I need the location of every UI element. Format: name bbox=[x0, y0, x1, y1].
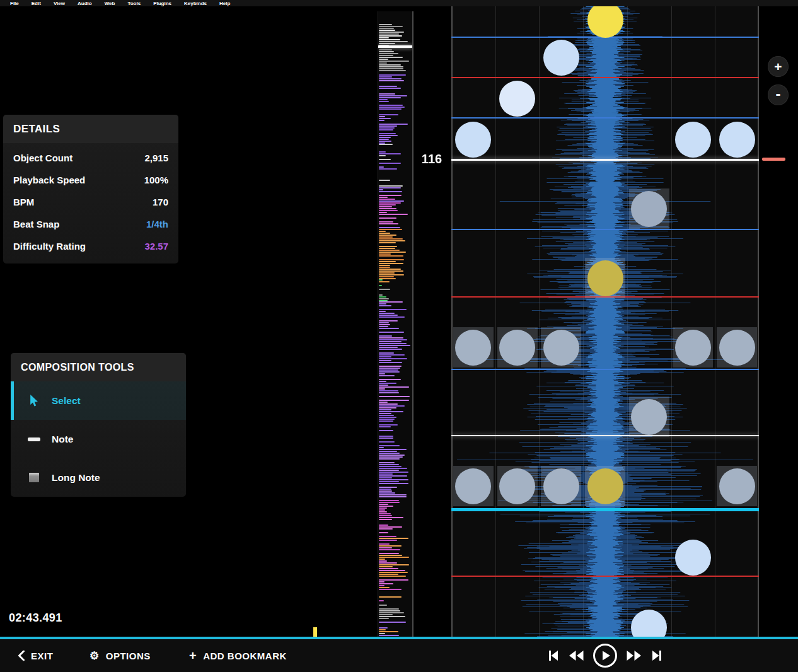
note[interactable] bbox=[499, 81, 535, 117]
detail-label: BPM bbox=[13, 197, 34, 207]
menu-item-help[interactable]: Help bbox=[213, 1, 236, 6]
plus-icon: + bbox=[189, 649, 197, 662]
tool-label: Long Note bbox=[52, 472, 100, 484]
tool-note[interactable]: Note bbox=[11, 420, 186, 458]
density-bar bbox=[379, 343, 407, 344]
density-bar bbox=[379, 629, 386, 630]
note[interactable] bbox=[455, 468, 491, 504]
density-bar bbox=[379, 494, 407, 495]
density-bar bbox=[379, 86, 397, 87]
note[interactable] bbox=[587, 6, 623, 38]
measure-number: 116 bbox=[417, 152, 446, 166]
snap-line bbox=[451, 576, 759, 577]
cursor-icon bbox=[26, 395, 42, 407]
play-icon bbox=[593, 643, 618, 668]
note[interactable] bbox=[675, 330, 711, 366]
zoom-in-button[interactable]: + bbox=[768, 56, 789, 77]
density-bar bbox=[379, 259, 404, 260]
density-bar bbox=[379, 437, 393, 439]
menu-item-audio[interactable]: Audio bbox=[71, 1, 98, 6]
note[interactable] bbox=[455, 330, 491, 366]
density-bar bbox=[379, 524, 388, 526]
menu-item-view[interactable]: View bbox=[47, 1, 71, 6]
add-bookmark-button[interactable]: + ADD BOOKMARK bbox=[189, 649, 287, 662]
density-bar bbox=[379, 379, 401, 380]
density-bar bbox=[379, 59, 388, 60]
density-bar bbox=[379, 137, 391, 138]
skip-end-icon bbox=[651, 649, 663, 662]
tool-select[interactable]: Select bbox=[11, 381, 186, 420]
density-bar bbox=[379, 445, 400, 446]
density-bar bbox=[379, 409, 391, 410]
note[interactable] bbox=[587, 468, 623, 504]
density-bar bbox=[379, 579, 408, 581]
zoom-out-button[interactable]: - bbox=[768, 84, 789, 105]
density-bar bbox=[379, 400, 409, 401]
note[interactable] bbox=[719, 468, 755, 504]
density-bar bbox=[379, 555, 402, 556]
tool-long-note[interactable]: Long Note bbox=[11, 458, 186, 497]
density-bar bbox=[379, 204, 396, 206]
density-bar bbox=[379, 267, 390, 268]
density-bar bbox=[379, 197, 388, 198]
play-button[interactable] bbox=[593, 643, 618, 668]
density-bar bbox=[379, 543, 390, 545]
detail-value: 32.57 bbox=[144, 241, 168, 252]
density-bar bbox=[379, 362, 402, 363]
density-bar bbox=[379, 124, 408, 125]
exit-label: EXIT bbox=[31, 651, 53, 661]
density-bar bbox=[379, 199, 395, 200]
density-bar bbox=[379, 513, 391, 514]
density-bar bbox=[379, 341, 402, 342]
skip-to-start-button[interactable] bbox=[547, 649, 560, 662]
density-bar bbox=[379, 500, 399, 501]
seek-bar[interactable] bbox=[0, 637, 798, 639]
density-bar bbox=[379, 417, 396, 418]
note[interactable] bbox=[543, 330, 579, 366]
note[interactable] bbox=[499, 330, 535, 366]
note[interactable] bbox=[719, 122, 755, 158]
song-density-graph[interactable] bbox=[378, 11, 413, 637]
note[interactable] bbox=[587, 260, 623, 296]
density-bar bbox=[379, 322, 389, 323]
rewind-button[interactable] bbox=[568, 649, 584, 662]
playfield[interactable] bbox=[451, 6, 759, 637]
density-bar bbox=[379, 610, 400, 611]
density-bar bbox=[379, 462, 395, 463]
density-bar bbox=[379, 24, 392, 25]
density-bar bbox=[379, 545, 402, 547]
tool-label: Note bbox=[52, 434, 73, 445]
options-button[interactable]: ⚙ OPTIONS bbox=[90, 651, 151, 661]
density-bar bbox=[379, 274, 404, 275]
menu-item-plugins[interactable]: Plugins bbox=[147, 1, 178, 6]
note[interactable] bbox=[631, 191, 667, 227]
fast-forward-button[interactable] bbox=[626, 649, 642, 662]
snap-line bbox=[451, 117, 759, 119]
density-bar bbox=[379, 118, 391, 119]
note[interactable] bbox=[499, 468, 535, 504]
skip-to-end-button[interactable] bbox=[651, 649, 663, 662]
note[interactable] bbox=[675, 540, 711, 576]
note[interactable] bbox=[543, 468, 579, 504]
note[interactable] bbox=[631, 399, 667, 435]
detail-row: BPM170 bbox=[3, 191, 178, 213]
note[interactable] bbox=[543, 40, 579, 76]
menu-item-keybinds[interactable]: Keybinds bbox=[178, 1, 213, 6]
density-bar bbox=[379, 279, 383, 281]
density-bar bbox=[379, 129, 393, 130]
density-bar bbox=[379, 26, 403, 27]
menu-item-edit[interactable]: Edit bbox=[25, 1, 47, 6]
density-bar bbox=[379, 187, 401, 188]
density-bar bbox=[379, 155, 386, 156]
note[interactable] bbox=[675, 122, 711, 158]
note[interactable] bbox=[455, 122, 491, 158]
menu-item-file[interactable]: File bbox=[4, 1, 25, 6]
exit-button[interactable]: EXIT bbox=[18, 651, 53, 661]
skip-start-icon bbox=[547, 649, 560, 662]
density-bar bbox=[379, 426, 391, 427]
note[interactable] bbox=[719, 330, 755, 366]
density-bar bbox=[379, 120, 385, 121]
menu-item-web[interactable]: Web bbox=[98, 1, 122, 6]
menu-item-tools[interactable]: Tools bbox=[121, 1, 147, 6]
snap-line bbox=[451, 159, 759, 161]
